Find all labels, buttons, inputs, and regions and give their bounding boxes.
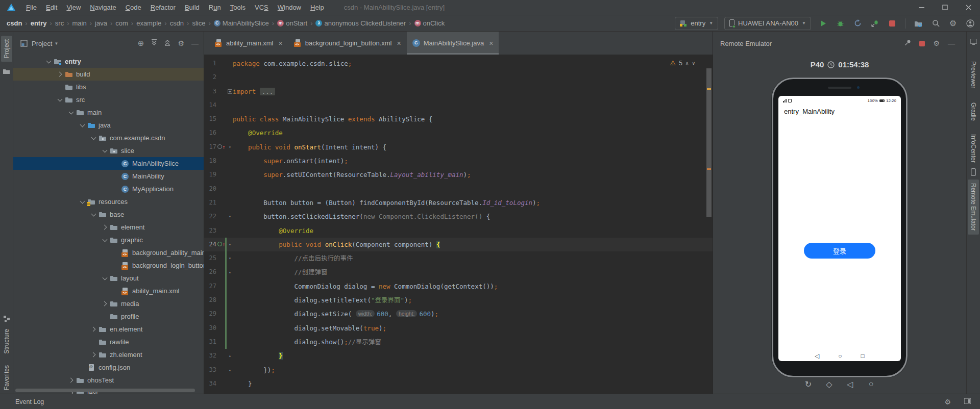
settings-gear-icon[interactable]: ⚙ — [947, 18, 959, 29]
collapse-all-icon[interactable] — [164, 39, 170, 47]
breadcrumb-item-example[interactable]: example — [136, 19, 162, 27]
stop-emulator-icon[interactable] — [919, 41, 925, 46]
breadcrumb-item-onclick[interactable]: monClick — [414, 19, 446, 27]
overriding-method-icon[interactable] — [217, 242, 222, 246]
tree-item-profile[interactable]: profile — [13, 310, 204, 323]
tree-item-media[interactable]: media — [13, 297, 204, 310]
code-line-14[interactable]: 14 — [204, 98, 713, 112]
scrollbar-thumb[interactable] — [706, 68, 712, 217]
menu-refactor[interactable]: Refactor — [146, 0, 180, 15]
chevron-expanded-icon[interactable] — [45, 55, 53, 68]
tree-item-com-example-csdn[interactable]: com.example.csdn — [13, 132, 204, 144]
chevron-collapsed-icon[interactable] — [68, 374, 75, 387]
chevron-down-icon[interactable]: ▼ — [54, 41, 58, 46]
tool-strip-previewer-tab[interactable]: Previewer — [968, 58, 979, 92]
tree-item-mainability[interactable]: CMainAbility — [13, 170, 204, 183]
emulator-settings-gear-icon[interactable]: ⚙ — [933, 40, 940, 47]
code-line-31[interactable]: 31 dialog.show();//显示弹窗 — [204, 335, 713, 349]
phone-screen[interactable]: 100% 12:20 entry_MainAbility 登录 ◁ ○ □ — [778, 96, 901, 361]
fold-marker-icon[interactable]: ▴ — [227, 363, 233, 377]
chevron-expanded-icon[interactable] — [79, 119, 86, 132]
fold-marker-icon[interactable]: ▾ — [227, 140, 233, 154]
editor-tab-mainabilityslice-java[interactable]: CMainAbilitySlice.java× — [407, 32, 499, 55]
menu-vcs[interactable]: VCS — [250, 0, 273, 15]
code-line-30[interactable]: 30 dialog.setMovable(true); — [204, 321, 713, 335]
code-line-21[interactable]: 21 Button button = (Button) findComponen… — [204, 196, 713, 210]
code-editor[interactable]: 1package com.example.csdn.slice;23+impor… — [204, 55, 713, 394]
nav-back-icon[interactable]: ◁ — [815, 352, 819, 360]
run-configuration-select[interactable]: entry ▼ — [675, 17, 718, 30]
chevron-collapsed-icon[interactable] — [90, 348, 97, 361]
fold-marker-icon[interactable]: ▴ — [227, 349, 233, 363]
menu-file[interactable]: File — [21, 0, 41, 15]
code-line-32[interactable]: 32▴ } — [204, 349, 713, 363]
tree-item-libs[interactable]: libs — [13, 81, 204, 93]
menu-help[interactable]: Help — [306, 0, 329, 15]
profile-avatar-icon[interactable] — [965, 18, 976, 29]
tree-item-ability-main-xml[interactable]: <>ability_main.xml — [13, 285, 204, 297]
screen-share-icon[interactable] — [970, 39, 977, 46]
previous-warning-icon[interactable]: ∧ — [685, 61, 689, 66]
back-icon[interactable]: ◁ — [845, 379, 856, 389]
tree-item-zh-element[interactable]: zh.element — [13, 348, 204, 361]
locate-file-icon[interactable]: ⊕ — [138, 39, 144, 48]
code-line-3[interactable]: 3+import ... — [204, 85, 713, 98]
menu-code[interactable]: Code — [121, 0, 146, 15]
search-everywhere-button[interactable] — [930, 18, 941, 29]
fold-marker-icon[interactable]: + — [228, 89, 232, 94]
login-button[interactable]: 登录 — [804, 243, 875, 259]
code-line-17[interactable]: 17↑▾ public void onStart(Intent intent) … — [204, 140, 713, 154]
breadcrumb-item-csdn[interactable]: csdn — [169, 19, 184, 27]
menu-view[interactable]: View — [62, 0, 85, 15]
run-button[interactable] — [817, 18, 828, 29]
tree-item-src[interactable]: src — [13, 93, 204, 106]
close-button[interactable] — [957, 0, 980, 15]
status-gear-icon[interactable]: ⚙ — [944, 398, 951, 405]
home-icon[interactable]: ○ — [866, 379, 877, 389]
tool-strip-structure-tab[interactable]: Structure — [1, 325, 12, 357]
code-line-26[interactable]: 26▴ //创建弹窗 — [204, 265, 713, 279]
project-panel-title[interactable]: Project — [32, 40, 52, 47]
tool-strip-favorites-tab[interactable]: Favorites — [1, 362, 12, 394]
menu-window[interactable]: Window — [273, 0, 306, 15]
breadcrumb-item-anonymous-clickedlistener[interactable]: λanonymous ClickedListener — [315, 19, 406, 27]
tool-strip-gradle-tab[interactable]: Gradle — [968, 99, 979, 124]
tree-item-config-json[interactable]: ⚙config.json — [13, 361, 204, 374]
tree-item-layout[interactable]: layout — [13, 272, 204, 285]
code-line-33[interactable]: 33▴ }); — [204, 363, 713, 377]
chevron-collapsed-icon[interactable] — [102, 221, 109, 234]
breadcrumb-item-java[interactable]: java — [94, 19, 108, 27]
tree-item-myapplication[interactable]: CMyApplication — [13, 183, 204, 195]
chevron-expanded-icon[interactable] — [68, 106, 75, 119]
nav-home-icon[interactable]: ○ — [838, 352, 842, 360]
code-line-34[interactable]: 34 } — [204, 377, 713, 391]
hide-panel-icon[interactable]: — — [948, 39, 955, 47]
inspection-warnings-badge[interactable]: ⚠ 5 ∧ ∨ — [670, 59, 695, 67]
breadcrumb-item-main[interactable]: main — [72, 19, 87, 27]
overriding-method-icon[interactable] — [217, 144, 222, 149]
code-line-24[interactable]: 24↑▾ public void onClick(Component compo… — [204, 238, 713, 251]
menu-tools[interactable]: Tools — [226, 0, 250, 15]
code-line-28[interactable]: 28 dialog.setTitleText("登录界面"); — [204, 293, 713, 307]
expand-all-icon[interactable] — [151, 39, 157, 47]
next-warning-icon[interactable]: ∨ — [692, 61, 695, 66]
fold-marker-icon[interactable]: ▾ — [227, 210, 233, 223]
menu-edit[interactable]: Edit — [41, 0, 62, 15]
nav-recents-icon[interactable]: □ — [861, 352, 865, 360]
attach-debugger-button[interactable] — [869, 18, 880, 29]
device-select[interactable]: HUAWEI ANA-AN00 ▼ — [724, 17, 811, 30]
minimize-button[interactable] — [910, 0, 933, 15]
sync-project-button[interactable] — [913, 18, 924, 29]
code-line-16[interactable]: 16 @Override — [204, 126, 713, 140]
close-tab-icon[interactable]: × — [278, 39, 282, 47]
tree-item-resources[interactable]: resources — [13, 195, 204, 208]
editor-tab-ability-main-xml[interactable]: <>ability_main.xml× — [209, 32, 288, 55]
close-tab-icon[interactable]: × — [489, 39, 493, 47]
code-line-19[interactable]: 19 super.setUIContent(ResourceTable.Layo… — [204, 168, 713, 182]
chevron-expanded-icon[interactable] — [102, 272, 109, 285]
code-line-23[interactable]: 23 @Override — [204, 224, 713, 238]
tree-item-base[interactable]: base — [13, 208, 204, 221]
tree-item-background-ability-main-xml[interactable]: <>background_ability_main.xml — [13, 246, 204, 259]
breadcrumb-item-mainabilityslice[interactable]: CMainAbilitySlice — [213, 19, 270, 27]
breadcrumb-item-src[interactable]: src — [55, 19, 64, 27]
